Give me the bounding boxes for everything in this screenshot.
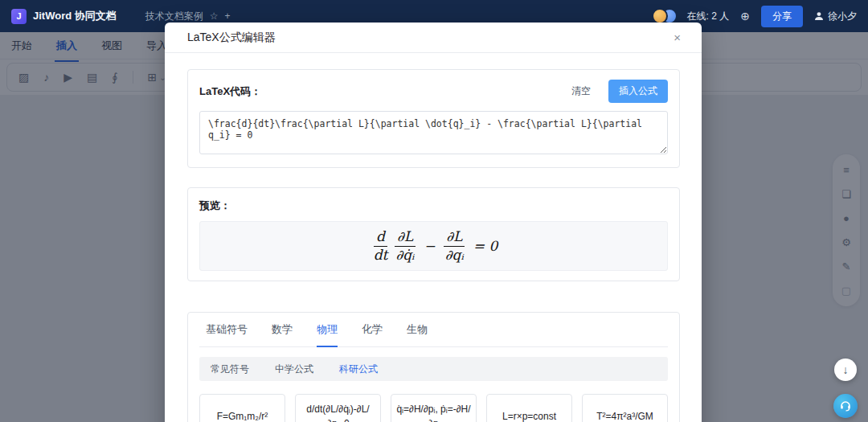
- tab-biology[interactable]: 生物: [407, 313, 428, 346]
- favorite-icon[interactable]: ☆: [210, 10, 219, 22]
- collaborator-avatars: [652, 8, 678, 24]
- down-arrow-icon: ↓: [843, 363, 849, 376]
- modal-title: LaTeX公式编辑器: [187, 31, 276, 45]
- tab-physics[interactable]: 物理: [317, 313, 338, 347]
- user-icon: [814, 11, 824, 21]
- clear-button[interactable]: 清空: [567, 84, 596, 99]
- fraction: ∂L ∂q̇ᵢ: [393, 229, 416, 263]
- headset-icon: [839, 399, 852, 412]
- user-name: 徐小夕: [828, 10, 857, 23]
- library-tabs: 基础符号 数学 物理 化学 生物: [199, 313, 668, 347]
- formula-grid: F=Gm₁m₂/r² d/dt(∂L/∂q̇ᵢ)-∂L/∂qᵢ=0 q̇ᵢ=∂H…: [199, 394, 668, 422]
- fraction-denominator: ∂qᵢ: [443, 247, 466, 264]
- formula-button[interactable]: L=r×p=const: [486, 394, 572, 422]
- formula-button[interactable]: T²=4π²a³/GM: [582, 394, 668, 422]
- fraction-numerator: d: [374, 229, 387, 247]
- fraction: d dt: [371, 229, 391, 263]
- scroll-down-button[interactable]: ↓: [834, 358, 857, 381]
- latex-editor-modal: LaTeX公式编辑器 × LaTeX代码： 清空 插入公式 \frac{d}{d…: [165, 23, 702, 422]
- fraction-denominator: ∂q̇ᵢ: [393, 247, 416, 264]
- latex-code-input[interactable]: \frac{d}{dt}\frac{\partial L}{\partial \…: [199, 111, 668, 154]
- app-logo-icon: J: [11, 9, 27, 24]
- minus-operator: −: [424, 238, 436, 254]
- subtab-school-formulas[interactable]: 中学公式: [275, 363, 313, 376]
- latex-code-section: LaTeX代码： 清空 插入公式 \frac{d}{dt}\frac{\part…: [187, 69, 680, 168]
- globe-icon[interactable]: ⊕: [740, 10, 750, 23]
- formula-button[interactable]: d/dt(∂L/∂q̇ᵢ)-∂L/∂qᵢ=0: [295, 394, 381, 422]
- app-title: JitWord 协同文档: [33, 9, 117, 23]
- library-subtabs: 常见符号 中学公式 科研公式: [199, 357, 668, 381]
- share-button[interactable]: 分享: [761, 6, 803, 27]
- subtab-common-symbols[interactable]: 常见符号: [211, 363, 249, 376]
- fraction-numerator: ∂L: [395, 229, 416, 247]
- preview-section: 预览： d dt ∂L ∂q̇ᵢ − ∂L ∂qᵢ = 0: [187, 187, 680, 281]
- document-name[interactable]: 技术文档案例: [145, 10, 203, 23]
- tab-basic-symbols[interactable]: 基础符号: [206, 313, 248, 346]
- close-icon[interactable]: ×: [674, 31, 681, 44]
- fraction-denominator: dt: [371, 247, 391, 264]
- code-label: LaTeX代码：: [199, 84, 261, 99]
- support-button[interactable]: [833, 394, 858, 418]
- avatar[interactable]: [652, 8, 668, 24]
- formula-preview: d dt ∂L ∂q̇ᵢ − ∂L ∂qᵢ = 0: [199, 221, 668, 271]
- online-count: 在线: 2 人: [687, 10, 730, 23]
- formula-button[interactable]: q̇ᵢ=∂H/∂pᵢ, ṗᵢ=-∂H/∂qᵢ: [391, 394, 477, 422]
- user-menu[interactable]: 徐小夕: [814, 10, 857, 23]
- tab-chemistry[interactable]: 化学: [362, 313, 383, 346]
- formula-button[interactable]: F=Gm₁m₂/r²: [199, 394, 285, 422]
- equals-zero: = 0: [473, 238, 497, 254]
- preview-label: 预览：: [199, 199, 231, 211]
- tab-math[interactable]: 数学: [272, 313, 293, 346]
- subtab-research-formulas[interactable]: 科研公式: [339, 363, 378, 376]
- insert-formula-button[interactable]: 插入公式: [608, 80, 668, 103]
- fraction: ∂L ∂qᵢ: [443, 229, 466, 263]
- new-doc-button[interactable]: +: [225, 10, 231, 22]
- formula-library-section: 基础符号 数学 物理 化学 生物 常见符号 中学公式 科研公式 F=Gm₁m₂/…: [187, 312, 680, 422]
- fraction-numerator: ∂L: [444, 229, 465, 247]
